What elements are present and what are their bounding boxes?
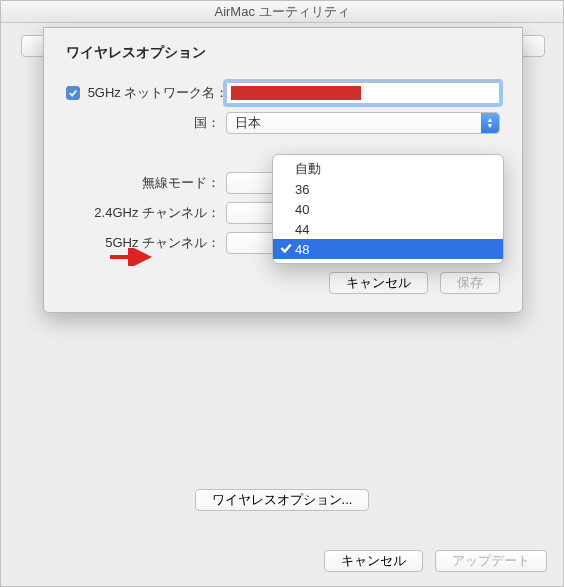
dropdown-5ghz-channel[interactable]: 自動36404448: [272, 154, 504, 264]
dropdown-item-label: 44: [295, 222, 309, 237]
dropdown-item-44[interactable]: 44: [273, 219, 503, 239]
label-5ghz-name: 5GHz ネットワーク名：: [66, 84, 226, 102]
input-5ghz-name[interactable]: [226, 82, 500, 104]
dropdown-item-自動[interactable]: 自動: [273, 159, 503, 179]
updown-arrows-icon: ▲▼: [481, 113, 499, 133]
label-wireless-mode: 無線モード：: [66, 174, 226, 192]
select-country[interactable]: 日本 ▲▼: [226, 112, 500, 134]
label-5ghz-name-text: 5GHz ネットワーク名：: [88, 85, 229, 100]
window: AirMac ユーティリティ ワイヤレスオプション 5GHz ネットワーク名： …: [0, 0, 564, 587]
redacted-network-name: [231, 86, 361, 100]
footer-cancel-button[interactable]: キャンセル: [324, 550, 423, 572]
bottom-options-row: ワイヤレスオプション...: [1, 489, 563, 511]
footer-update-button: アップデート: [435, 550, 547, 572]
label-5ghz-channel: 5GHz チャンネル：: [66, 234, 226, 252]
dropdown-item-48[interactable]: 48: [273, 239, 503, 259]
window-title: AirMac ユーティリティ: [1, 1, 563, 23]
wireless-options-button[interactable]: ワイヤレスオプション...: [195, 489, 370, 511]
dropdown-item-40[interactable]: 40: [273, 199, 503, 219]
row-country: 国： 日本 ▲▼: [66, 108, 500, 138]
label-24ghz-channel: 2.4GHz チャンネル：: [66, 204, 226, 222]
cancel-button[interactable]: キャンセル: [329, 272, 428, 294]
save-button: 保存: [440, 272, 500, 294]
dropdown-item-label: 36: [295, 182, 309, 197]
check-icon: [279, 241, 293, 255]
select-country-value: 日本: [235, 114, 261, 132]
row-5ghz-name: 5GHz ネットワーク名：: [66, 78, 500, 108]
label-country: 国：: [66, 114, 226, 132]
wireless-options-sheet: ワイヤレスオプション 5GHz ネットワーク名： 国： 日本 ▲▼: [43, 27, 523, 313]
sheet-button-row: キャンセル 保存: [66, 272, 500, 294]
dropdown-item-label: 自動: [295, 160, 321, 178]
checkbox-5ghz-name[interactable]: [66, 86, 80, 100]
footer-button-row: キャンセル アップデート: [324, 550, 547, 572]
sheet-title: ワイヤレスオプション: [66, 44, 500, 62]
dropdown-item-label: 48: [295, 242, 309, 257]
dropdown-item-36[interactable]: 36: [273, 179, 503, 199]
dropdown-item-label: 40: [295, 202, 309, 217]
